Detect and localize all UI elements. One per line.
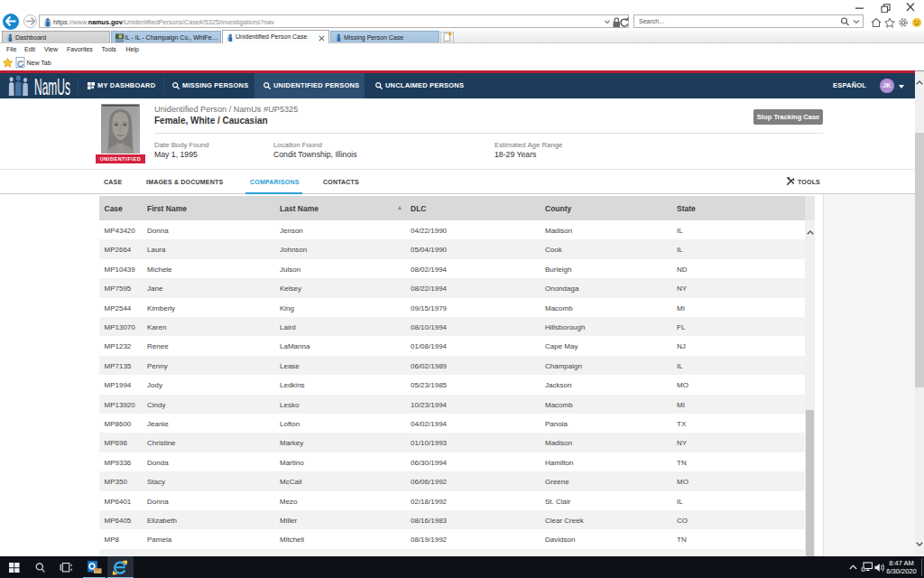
svg-text:NamUs: NamUs [34, 74, 70, 98]
